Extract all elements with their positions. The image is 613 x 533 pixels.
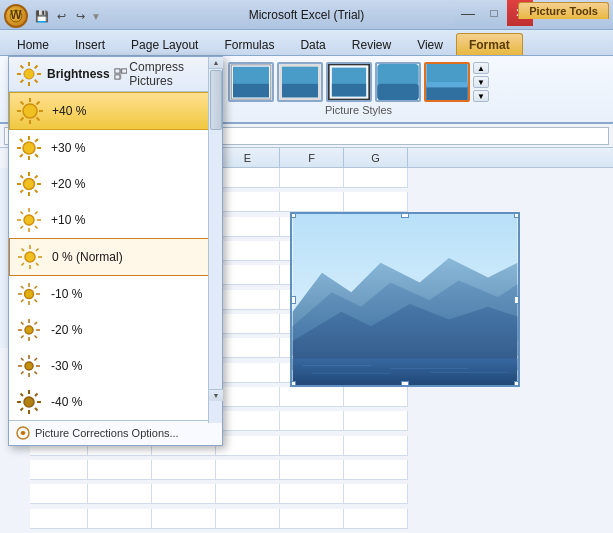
tab-format[interactable]: Format xyxy=(456,33,523,55)
brightness-item-plus10[interactable]: +10 % xyxy=(9,202,222,238)
cell[interactable] xyxy=(216,265,280,285)
dropdown-scrollbar[interactable]: ▲ ▼ xyxy=(208,57,222,423)
cell[interactable] xyxy=(344,484,408,504)
brightness-item-minus40[interactable]: -40 % xyxy=(9,384,222,420)
col-header-e[interactable]: E xyxy=(216,148,280,167)
tab-data[interactable]: Data xyxy=(287,33,338,55)
tab-review[interactable]: Review xyxy=(339,33,404,55)
cell[interactable] xyxy=(344,509,408,529)
tab-page-layout[interactable]: Page Layout xyxy=(118,33,211,55)
resize-handle-tr[interactable] xyxy=(514,212,520,218)
minimize-button[interactable]: — xyxy=(455,0,481,26)
cell[interactable] xyxy=(30,484,88,504)
redo-quick-btn[interactable]: ↪ xyxy=(72,8,88,24)
cell[interactable] xyxy=(216,338,280,358)
cell[interactable] xyxy=(344,436,408,456)
tab-formulas[interactable]: Formulas xyxy=(211,33,287,55)
compress-pictures-btn[interactable]: Compress Pictures xyxy=(114,60,216,88)
cell[interactable] xyxy=(152,460,216,480)
brightness-item-plus20[interactable]: +20 % xyxy=(9,166,222,202)
embedded-image[interactable] xyxy=(290,212,520,387)
resize-handle-br[interactable] xyxy=(514,381,520,387)
style-scroll-down[interactable]: ▼ xyxy=(473,76,489,88)
cell[interactable] xyxy=(280,387,344,407)
cell[interactable] xyxy=(88,460,152,480)
brightness-item-0[interactable]: 0 % (Normal) xyxy=(9,238,222,276)
cell[interactable] xyxy=(216,460,280,480)
tab-insert[interactable]: Insert xyxy=(62,33,118,55)
cell[interactable] xyxy=(88,509,152,529)
svg-line-55 xyxy=(20,154,23,157)
resize-handle-r[interactable] xyxy=(514,296,520,304)
svg-rect-15 xyxy=(426,82,467,87)
cell[interactable] xyxy=(216,192,280,212)
svg-line-30 xyxy=(21,66,24,69)
undo-quick-btn[interactable]: ↩ xyxy=(53,8,69,24)
cell[interactable] xyxy=(344,168,408,188)
cell[interactable] xyxy=(152,509,216,529)
cell[interactable] xyxy=(280,484,344,504)
cell[interactable] xyxy=(216,314,280,334)
style-thumb-1[interactable] xyxy=(228,62,274,102)
scrollbar-thumb[interactable] xyxy=(210,70,222,130)
brightness-item-minus10-label: -10 % xyxy=(51,287,82,301)
svg-line-43 xyxy=(21,102,24,105)
resize-handle-bl[interactable] xyxy=(290,381,296,387)
style-thumb-2[interactable] xyxy=(277,62,323,102)
brightness-item-minus30[interactable]: -30 % xyxy=(9,348,222,384)
tab-view[interactable]: View xyxy=(404,33,456,55)
style-thumb-5[interactable] xyxy=(424,62,470,102)
style-scroll-more[interactable]: ▼ xyxy=(473,90,489,102)
cell[interactable] xyxy=(280,411,344,431)
cell[interactable] xyxy=(216,290,280,310)
maximize-button[interactable]: □ xyxy=(481,0,507,26)
picture-corrections-options-btn[interactable]: Picture Corrections Options... xyxy=(9,420,222,445)
svg-line-88 xyxy=(21,286,24,289)
cell[interactable] xyxy=(216,217,280,237)
svg-point-92 xyxy=(25,326,33,334)
style-thumb-3[interactable] xyxy=(326,62,372,102)
cell[interactable] xyxy=(344,411,408,431)
cell[interactable] xyxy=(216,436,280,456)
svg-line-99 xyxy=(35,322,38,325)
cell[interactable] xyxy=(280,192,344,212)
col-header-g[interactable]: G xyxy=(344,148,408,167)
cell[interactable] xyxy=(344,460,408,480)
brightness-item-minus10[interactable]: -10 % xyxy=(9,276,222,312)
save-quick-btn[interactable]: 💾 xyxy=(34,8,50,24)
cell[interactable] xyxy=(280,168,344,188)
cell[interactable] xyxy=(152,484,216,504)
cell[interactable] xyxy=(216,168,280,188)
qa-dropdown[interactable]: ▼ xyxy=(91,11,101,22)
cell[interactable] xyxy=(216,484,280,504)
svg-point-38 xyxy=(23,104,37,118)
style-thumb-4[interactable] xyxy=(375,62,421,102)
cell[interactable] xyxy=(216,509,280,529)
cell[interactable] xyxy=(344,387,408,407)
cell[interactable] xyxy=(88,484,152,504)
cell[interactable] xyxy=(216,387,280,407)
cell[interactable] xyxy=(344,192,408,212)
cell[interactable] xyxy=(30,460,88,480)
cell[interactable] xyxy=(216,411,280,431)
cell[interactable] xyxy=(280,436,344,456)
cell[interactable] xyxy=(216,241,280,261)
tab-home[interactable]: Home xyxy=(4,33,62,55)
resize-handle-b[interactable] xyxy=(401,381,409,387)
resize-handle-tl[interactable] xyxy=(290,212,296,218)
resize-handle-t[interactable] xyxy=(401,212,409,218)
cell[interactable] xyxy=(280,509,344,529)
svg-line-54 xyxy=(35,139,38,142)
svg-line-31 xyxy=(35,80,38,83)
col-header-f[interactable]: F xyxy=(280,148,344,167)
cell[interactable] xyxy=(216,363,280,383)
cell[interactable] xyxy=(30,509,88,529)
brightness-item-minus20[interactable]: -20 % xyxy=(9,312,222,348)
brightness-item-plus40[interactable]: +40 % xyxy=(9,92,222,130)
svg-rect-7 xyxy=(282,84,318,98)
brightness-item-plus30[interactable]: +30 % xyxy=(9,130,222,166)
office-button[interactable]: W xyxy=(4,4,28,28)
resize-handle-l[interactable] xyxy=(290,296,296,304)
cell[interactable] xyxy=(280,460,344,480)
style-scroll-up[interactable]: ▲ xyxy=(473,62,489,74)
